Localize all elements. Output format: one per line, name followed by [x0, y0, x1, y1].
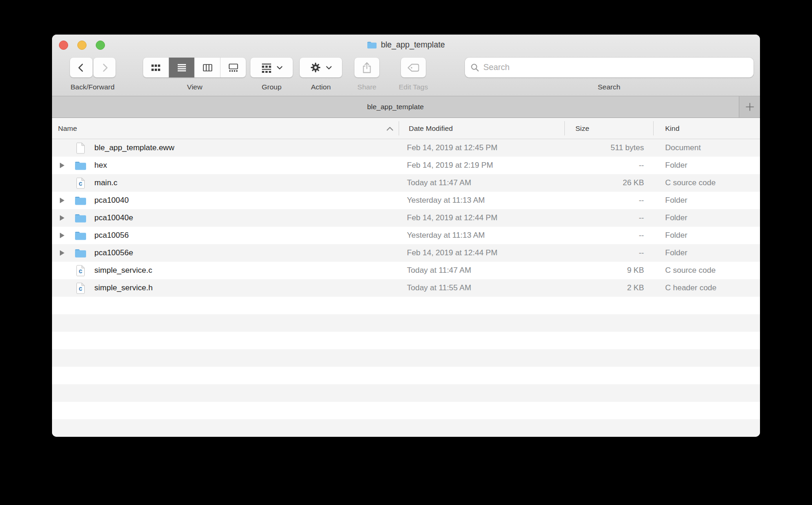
empty-row: [52, 402, 760, 419]
file-kind: C header code: [665, 279, 717, 297]
list-view-button[interactable]: [168, 58, 194, 77]
file-row[interactable]: pca10040 Yesterday at 11:13 AM -- Folder: [52, 192, 760, 209]
disclosure-triangle-icon[interactable]: [60, 250, 64, 256]
file-kind: Folder: [665, 227, 687, 244]
group-button[interactable]: [250, 58, 293, 77]
column-resize-handle[interactable]: [653, 121, 654, 135]
file-size: --: [564, 209, 644, 227]
file-icon: c: [73, 262, 88, 279]
plus-icon: [745, 102, 755, 112]
file-name: simple_service.h: [94, 279, 153, 297]
file-row[interactable]: pca10056e Feb 14, 2019 at 12:44 PM -- Fo…: [52, 244, 760, 262]
file-icon: [73, 227, 88, 244]
file-date: Feb 14, 2019 at 12:44 PM: [407, 209, 498, 227]
folder-icon: [75, 213, 87, 223]
folder-icon: [367, 41, 377, 49]
doc-letter: c: [76, 285, 85, 292]
doc-letter: c: [76, 267, 85, 275]
gallery-view-button[interactable]: [220, 58, 246, 77]
edit-tags-button[interactable]: [401, 58, 426, 77]
file-kind: Folder: [665, 157, 687, 174]
edit-tags-caption: Edit Tags: [399, 83, 428, 91]
folder-icon: [75, 248, 87, 258]
file-size: 2 KB: [564, 279, 644, 297]
column-header-name[interactable]: Name: [58, 118, 77, 139]
file-row[interactable]: ble_app_template.eww Feb 14, 2019 at 12:…: [52, 139, 760, 157]
disclosure-triangle-icon[interactable]: [60, 163, 64, 168]
window-title-area: ble_app_template: [52, 35, 760, 55]
empty-row: [52, 314, 760, 332]
search-caption: Search: [597, 83, 620, 91]
file-icon: c: [73, 279, 88, 297]
column-resize-handle[interactable]: [564, 121, 565, 135]
group-icon: [261, 63, 272, 73]
file-date: Feb 14, 2019 at 2:19 PM: [407, 157, 493, 174]
magnifier-icon: [470, 63, 479, 72]
share-button[interactable]: [354, 58, 379, 77]
empty-row: [52, 419, 760, 437]
empty-row: [52, 367, 760, 384]
forward-button[interactable]: [93, 58, 116, 77]
file-icon: [73, 139, 88, 157]
new-tab-button[interactable]: [739, 96, 760, 117]
share-caption: Share: [357, 83, 376, 91]
file-row[interactable]: c simple_service.h Today at 11:55 AM 2 K…: [52, 279, 760, 297]
search-input[interactable]: [482, 62, 748, 73]
file-name: pca10040e: [94, 209, 133, 227]
file-name: pca10056e: [94, 244, 133, 262]
file-kind: C source code: [665, 174, 716, 192]
column-header-date-modified[interactable]: Date Modified: [409, 118, 453, 139]
file-size: --: [564, 227, 644, 244]
column-header-size[interactable]: Size: [575, 118, 589, 139]
tab-bar: ble_app_template: [52, 96, 760, 118]
icon-view-button[interactable]: [143, 58, 168, 77]
file-row[interactable]: c main.c Today at 11:47 AM 26 KB C sourc…: [52, 174, 760, 192]
finder-window: ble_app_template: [52, 35, 760, 437]
file-size: --: [564, 244, 644, 262]
share-icon: [362, 62, 372, 74]
column-resize-handle[interactable]: [399, 121, 399, 135]
back-button[interactable]: [70, 58, 93, 77]
column-view-button[interactable]: [194, 58, 220, 77]
file-icon: c: [73, 174, 88, 192]
file-date: Today at 11:47 AM: [407, 174, 471, 192]
icon-view-icon: [151, 63, 161, 72]
disclosure-triangle-icon[interactable]: [60, 198, 64, 203]
chevron-down-icon: [326, 66, 332, 70]
file-size: 26 KB: [564, 174, 644, 192]
file-name: simple_service.c: [94, 262, 152, 279]
file-row[interactable]: pca10056 Yesterday at 11:13 AM -- Folder: [52, 227, 760, 244]
action-button[interactable]: [300, 58, 342, 77]
file-size: 9 KB: [564, 262, 644, 279]
group-caption: Group: [261, 83, 281, 91]
file-date: Yesterday at 11:13 AM: [407, 192, 485, 209]
file-date: Today at 11:47 AM: [407, 262, 471, 279]
list-view-icon: [176, 63, 187, 72]
tab-ble-app-template[interactable]: ble_app_template: [52, 96, 739, 117]
folder-icon: [75, 161, 87, 170]
forward-chevron-icon: [99, 62, 110, 73]
file-icon: [73, 209, 88, 227]
back-forward-caption: Back/Forward: [70, 83, 115, 91]
file-row[interactable]: c simple_service.c Today at 11:47 AM 9 K…: [52, 262, 760, 279]
window-chrome: ble_app_template: [52, 35, 760, 96]
disclosure-triangle-icon[interactable]: [60, 215, 64, 221]
column-header-row: Name Date Modified Size Kind: [52, 118, 760, 139]
file-row[interactable]: pca10040e Feb 14, 2019 at 12:44 PM -- Fo…: [52, 209, 760, 227]
column-header-kind[interactable]: Kind: [665, 118, 679, 139]
document-icon: c: [76, 282, 85, 294]
file-name: pca10056: [94, 227, 129, 244]
window-title: ble_app_template: [381, 40, 445, 50]
empty-row: [52, 349, 760, 367]
file-row[interactable]: hex Feb 14, 2019 at 2:19 PM -- Folder: [52, 157, 760, 174]
empty-row: [52, 332, 760, 349]
back-chevron-icon: [76, 62, 87, 73]
file-kind: Folder: [665, 209, 687, 227]
file-name: ble_app_template.eww: [94, 139, 174, 157]
doc-letter: c: [76, 180, 85, 187]
search-field[interactable]: [465, 58, 754, 77]
disclosure-triangle-icon[interactable]: [60, 233, 64, 238]
gear-icon: [310, 62, 321, 73]
tag-icon: [407, 63, 420, 73]
file-name: main.c: [94, 174, 117, 192]
